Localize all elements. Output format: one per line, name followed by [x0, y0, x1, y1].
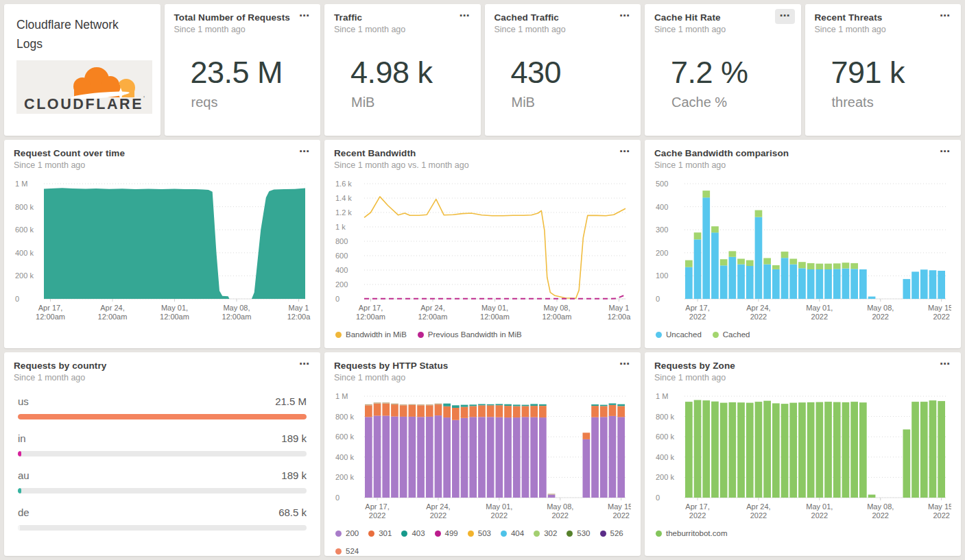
country-code: au [18, 470, 29, 481]
svg-text:12:00am: 12:00am [222, 313, 252, 321]
card-menu-button[interactable]: ⋯ [615, 145, 634, 160]
legend-item-302[interactable]: 302 [534, 529, 557, 537]
card-menu-button[interactable]: ⋯ [935, 145, 955, 160]
card-subtitle: Since 1 month ago [815, 25, 952, 34]
http-status-chart[interactable]: 1 M800 k600 k400 k200 k0Apr 17,2022Apr 2… [334, 388, 631, 528]
chart-card-requests-by-zone: Requests by Zone Since 1 month ago ⋯ 1 M… [645, 352, 961, 556]
country-value: 21.5 M [275, 395, 307, 407]
legend-label: Previous Bandwidth in MiB [428, 330, 522, 339]
country-row-au: au189 k [18, 470, 307, 494]
svg-text:12:00am: 12:00am [543, 313, 572, 321]
svg-text:400: 400 [656, 203, 668, 211]
card-menu-button[interactable]: ⋯ [294, 9, 314, 24]
cache-bandwidth-plot[interactable]: 5004003002001000Apr 17,2022Apr 24,2022Ma… [654, 175, 951, 326]
legend-item-previous-bandwidth-in-mib[interactable]: Previous Bandwidth in MiB [418, 330, 522, 339]
svg-text:1 M: 1 M [656, 392, 668, 400]
svg-text:2022: 2022 [750, 313, 767, 321]
legend-item-301[interactable]: 301 [368, 529, 392, 537]
svg-text:200: 200 [656, 249, 668, 257]
stat-card-total-requests: Total Number of Requests Since 1 month a… [165, 4, 321, 136]
legend-item-499[interactable]: 499 [435, 529, 458, 537]
card-menu-button[interactable]: ⋯ [294, 145, 314, 160]
svg-text:May 08,: May 08, [543, 304, 570, 312]
card-subtitle: Since 1 month ago [654, 160, 951, 170]
legend-item-404[interactable]: 404 [501, 529, 524, 537]
svg-text:12:00am: 12:00am [480, 313, 510, 321]
legend-item-530[interactable]: 530 [567, 529, 590, 537]
legend-dot [468, 531, 474, 537]
card-subtitle: Since 1 month ago vs. 1 month ago [334, 160, 631, 170]
svg-text:2022: 2022 [689, 313, 706, 321]
zone-plot[interactable]: 1 M800 k600 k400 k200 k0Apr 17,2022Apr 2… [654, 388, 951, 525]
country-code: de [18, 507, 29, 518]
svg-text:2022: 2022 [689, 511, 706, 520]
svg-text:2022: 2022 [811, 511, 828, 520]
svg-text:600 k: 600 k [656, 433, 674, 441]
recent-bandwidth-chart[interactable]: 1.6 k1.4 k1.2 k1 k8006004002000Apr 17,12… [334, 175, 631, 329]
chart-card-recent-bandwidth: Recent Bandwidth Since 1 month ago vs. 1… [324, 140, 641, 348]
bandwidth-plot[interactable]: 1.6 k1.4 k1.2 k1 k8006004002000Apr 17,12… [334, 175, 631, 326]
card-menu-button[interactable]: ⋯ [775, 9, 795, 24]
legend-item-524[interactable]: 524 [335, 547, 359, 555]
card-menu-button[interactable]: ⋯ [455, 9, 475, 24]
country-row-de: de68.5 k [18, 507, 307, 531]
legend-item-503[interactable]: 503 [468, 529, 491, 537]
svg-text:Apr 17,: Apr 17, [685, 502, 709, 511]
legend-item-uncached[interactable]: Uncached [656, 330, 702, 339]
card-subtitle: Since 1 month ago [654, 373, 951, 382]
legend-label: 302 [544, 529, 557, 537]
country-bar-fill [18, 525, 20, 531]
legend-item-403[interactable]: 403 [401, 529, 425, 537]
chart-card-request-count: Request Count over time Since 1 month ag… [4, 140, 320, 348]
legend-item-200[interactable]: 200 [335, 529, 359, 537]
svg-text:May 01,: May 01, [806, 502, 833, 511]
cloudflare-logo-image: CLOUDFLARE ' [16, 60, 152, 114]
cloudflare-logo: CLOUDFLARE ' [16, 60, 151, 114]
zone-chart[interactable]: 1 M800 k600 k400 k200 k0Apr 17,2022Apr 2… [654, 388, 951, 528]
svg-text:100: 100 [656, 271, 668, 280]
request-count-plot[interactable]: 1 M800 k600 k400 k200 k0Apr 17,12:00amAp… [14, 175, 311, 326]
legend-dot [567, 531, 573, 537]
cloudflare-wordmark: CLOUDFLARE [24, 96, 143, 112]
svg-text:2022: 2022 [612, 511, 629, 520]
svg-text:May 1: May 1 [288, 304, 309, 312]
legend-item-bandwidth-in-mib[interactable]: Bandwidth in MiB [335, 330, 407, 339]
cache-bandwidth-chart[interactable]: 5004003002001000Apr 17,2022Apr 24,2022Ma… [654, 175, 951, 329]
country-bar-list: us21.5 Min189 kau189 kde68.5 k [14, 395, 311, 531]
request-count-chart[interactable]: 1 M800 k600 k400 k200 k0Apr 17,12:00amAp… [14, 175, 311, 329]
legend-label: 200 [346, 529, 359, 537]
card-menu-button[interactable]: ⋯ [615, 357, 634, 372]
legend-item-526[interactable]: 526 [600, 529, 623, 537]
card-title: Requests by Zone [654, 361, 951, 371]
chart-card-http-status: Requests by HTTP Status Since 1 month ag… [324, 352, 641, 556]
svg-text:2022: 2022 [872, 313, 889, 321]
stat-card-traffic: Traffic Since 1 month ago ⋯ 4.98 k MiB [324, 4, 481, 136]
legend-item-theburritobot-com[interactable]: theburritobot.com [656, 529, 728, 537]
legend-label: 499 [445, 529, 458, 537]
stat-unit: Cache % [671, 95, 791, 110]
card-menu-button[interactable]: ⋯ [935, 9, 955, 24]
svg-text:1.4 k: 1.4 k [335, 194, 352, 202]
card-menu-button[interactable]: ⋯ [615, 9, 634, 24]
country-row-in: in189 k [18, 433, 307, 456]
svg-text:2022: 2022 [933, 511, 949, 520]
legend-dot [335, 332, 342, 338]
svg-text:12:00am: 12:00am [356, 313, 385, 321]
svg-text:400: 400 [335, 266, 348, 274]
svg-text:Apr 24,: Apr 24, [746, 502, 770, 511]
card-menu-button[interactable]: ⋯ [294, 357, 314, 372]
cloudflare-mark: ' [143, 95, 145, 103]
http-status-plot[interactable]: 1 M800 k600 k400 k200 k0Apr 17,2022Apr 2… [334, 388, 631, 525]
legend-dot [368, 531, 374, 537]
legend-dot [501, 531, 507, 537]
card-menu-button[interactable]: ⋯ [935, 357, 955, 372]
svg-text:2022: 2022 [811, 313, 828, 321]
svg-text:1 M: 1 M [335, 392, 348, 400]
svg-text:800: 800 [335, 237, 348, 245]
svg-text:12:00a: 12:00a [287, 313, 311, 321]
country-value: 68.5 k [278, 507, 307, 518]
svg-text:Apr 24,: Apr 24, [746, 304, 770, 312]
legend-item-cached[interactable]: Cached [713, 330, 750, 339]
svg-text:0: 0 [15, 295, 19, 303]
svg-text:12:00am: 12:00am [160, 313, 189, 321]
